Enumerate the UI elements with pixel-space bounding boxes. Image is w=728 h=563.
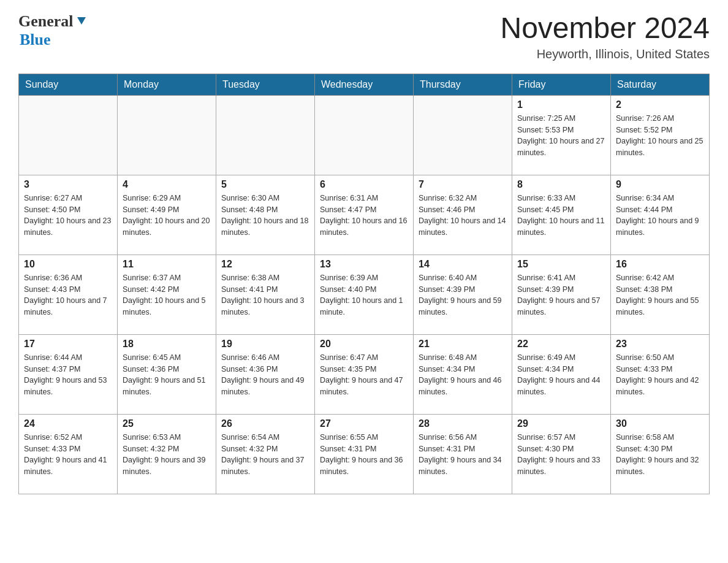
day-info: Sunrise: 6:56 AMSunset: 4:31 PMDaylight:… (419, 432, 507, 478)
calendar-week-2: 3Sunrise: 6:27 AMSunset: 4:50 PMDaylight… (19, 175, 710, 255)
day-number: 8 (517, 179, 605, 190)
day-info: Sunrise: 6:58 AMSunset: 4:30 PMDaylight:… (616, 432, 704, 478)
day-info: Sunrise: 6:33 AMSunset: 4:45 PMDaylight:… (517, 193, 605, 239)
page-header: General Blue November 2024 Heyworth, Ill… (18, 12, 710, 61)
day-info: Sunrise: 6:45 AMSunset: 4:36 PMDaylight:… (123, 352, 211, 398)
calendar-cell-2-2: 4Sunrise: 6:29 AMSunset: 4:49 PMDaylight… (118, 175, 216, 255)
calendar-cell-5-1: 24Sunrise: 6:52 AMSunset: 4:33 PMDayligh… (19, 414, 118, 494)
day-info: Sunrise: 6:27 AMSunset: 4:50 PMDaylight:… (24, 193, 112, 239)
calendar-cell-5-3: 26Sunrise: 6:54 AMSunset: 4:32 PMDayligh… (216, 414, 315, 494)
day-info: Sunrise: 6:41 AMSunset: 4:39 PMDaylight:… (517, 272, 605, 318)
day-info: Sunrise: 6:34 AMSunset: 4:44 PMDaylight:… (616, 193, 704, 239)
logo-line2: Blue (18, 31, 51, 49)
calendar-cell-2-3: 5Sunrise: 6:30 AMSunset: 4:48 PMDaylight… (216, 175, 315, 255)
calendar-cell-2-7: 9Sunrise: 6:34 AMSunset: 4:44 PMDaylight… (611, 175, 710, 255)
svg-marker-0 (77, 17, 86, 25)
day-number: 9 (616, 179, 704, 190)
day-number: 27 (320, 418, 408, 429)
day-info: Sunrise: 7:26 AMSunset: 5:52 PMDaylight:… (616, 113, 704, 159)
day-info: Sunrise: 6:49 AMSunset: 4:34 PMDaylight:… (517, 352, 605, 398)
day-number: 25 (123, 418, 211, 429)
calendar-cell-4-1: 17Sunrise: 6:44 AMSunset: 4:37 PMDayligh… (19, 334, 118, 414)
day-info: Sunrise: 6:32 AMSunset: 4:46 PMDaylight:… (419, 193, 507, 239)
weekday-header-saturday: Saturday (611, 74, 710, 95)
day-info: Sunrise: 6:53 AMSunset: 4:32 PMDaylight:… (123, 432, 211, 478)
calendar-cell-1-7: 2Sunrise: 7:26 AMSunset: 5:52 PMDaylight… (611, 95, 710, 175)
logo-triangle-icon (76, 15, 87, 28)
day-info: Sunrise: 6:40 AMSunset: 4:39 PMDaylight:… (419, 272, 507, 318)
location: Heyworth, Illinois, United States (500, 47, 710, 61)
day-number: 20 (320, 339, 408, 350)
day-number: 13 (320, 259, 408, 270)
day-number: 28 (419, 418, 507, 429)
calendar-cell-5-6: 29Sunrise: 6:57 AMSunset: 4:30 PMDayligh… (512, 414, 611, 494)
calendar-cell-3-6: 15Sunrise: 6:41 AMSunset: 4:39 PMDayligh… (512, 255, 611, 334)
day-number: 30 (616, 418, 704, 429)
day-number: 3 (24, 179, 112, 190)
calendar-cell-3-5: 14Sunrise: 6:40 AMSunset: 4:39 PMDayligh… (414, 255, 512, 334)
calendar-cell-2-6: 8Sunrise: 6:33 AMSunset: 4:45 PMDaylight… (512, 175, 611, 255)
day-number: 14 (419, 259, 507, 270)
calendar-cell-3-7: 16Sunrise: 6:42 AMSunset: 4:38 PMDayligh… (611, 255, 710, 334)
calendar-cell-3-3: 12Sunrise: 6:38 AMSunset: 4:41 PMDayligh… (216, 255, 315, 334)
day-number: 5 (221, 179, 309, 190)
title-section: November 2024 Heyworth, Illinois, United… (500, 12, 710, 61)
calendar-cell-4-5: 21Sunrise: 6:48 AMSunset: 4:34 PMDayligh… (414, 334, 512, 414)
calendar-week-5: 24Sunrise: 6:52 AMSunset: 4:33 PMDayligh… (19, 414, 710, 494)
calendar-cell-4-2: 18Sunrise: 6:45 AMSunset: 4:36 PMDayligh… (118, 334, 216, 414)
month-title: November 2024 (500, 12, 710, 45)
day-number: 1 (517, 99, 605, 110)
day-info: Sunrise: 7:25 AMSunset: 5:53 PMDaylight:… (517, 113, 605, 159)
calendar-table: SundayMondayTuesdayWednesdayThursdayFrid… (18, 74, 710, 494)
day-number: 21 (419, 339, 507, 350)
day-number: 2 (616, 99, 704, 110)
calendar-cell-3-2: 11Sunrise: 6:37 AMSunset: 4:42 PMDayligh… (118, 255, 216, 334)
weekday-header-thursday: Thursday (414, 74, 512, 95)
calendar-cell-2-4: 6Sunrise: 6:31 AMSunset: 4:47 PMDaylight… (315, 175, 414, 255)
calendar-week-4: 17Sunrise: 6:44 AMSunset: 4:37 PMDayligh… (19, 334, 710, 414)
calendar-cell-5-2: 25Sunrise: 6:53 AMSunset: 4:32 PMDayligh… (118, 414, 216, 494)
logo-blue-text: Blue (20, 31, 51, 48)
calendar-cell-1-1 (19, 95, 118, 175)
day-info: Sunrise: 6:48 AMSunset: 4:34 PMDaylight:… (419, 352, 507, 398)
day-info: Sunrise: 6:30 AMSunset: 4:48 PMDaylight:… (221, 193, 309, 239)
weekday-header-tuesday: Tuesday (216, 74, 315, 95)
day-info: Sunrise: 6:57 AMSunset: 4:30 PMDaylight:… (517, 432, 605, 478)
day-info: Sunrise: 6:31 AMSunset: 4:47 PMDaylight:… (320, 193, 408, 239)
calendar-cell-2-5: 7Sunrise: 6:32 AMSunset: 4:46 PMDaylight… (414, 175, 512, 255)
calendar-cell-5-7: 30Sunrise: 6:58 AMSunset: 4:30 PMDayligh… (611, 414, 710, 494)
day-info: Sunrise: 6:47 AMSunset: 4:35 PMDaylight:… (320, 352, 408, 398)
day-info: Sunrise: 6:42 AMSunset: 4:38 PMDaylight:… (616, 272, 704, 318)
calendar-cell-5-5: 28Sunrise: 6:56 AMSunset: 4:31 PMDayligh… (414, 414, 512, 494)
calendar-cell-4-4: 20Sunrise: 6:47 AMSunset: 4:35 PMDayligh… (315, 334, 414, 414)
day-info: Sunrise: 6:50 AMSunset: 4:33 PMDaylight:… (616, 352, 704, 398)
day-info: Sunrise: 6:55 AMSunset: 4:31 PMDaylight:… (320, 432, 408, 478)
logo: General Blue (18, 12, 87, 49)
day-number: 16 (616, 259, 704, 270)
day-number: 4 (123, 179, 211, 190)
calendar-cell-2-1: 3Sunrise: 6:27 AMSunset: 4:50 PMDaylight… (19, 175, 118, 255)
calendar-cell-1-4 (315, 95, 414, 175)
calendar-header: SundayMondayTuesdayWednesdayThursdayFrid… (19, 74, 710, 95)
logo-general-text: General (18, 12, 74, 31)
calendar-week-1: 1Sunrise: 7:25 AMSunset: 5:53 PMDaylight… (19, 95, 710, 175)
calendar-cell-5-4: 27Sunrise: 6:55 AMSunset: 4:31 PMDayligh… (315, 414, 414, 494)
day-number: 11 (123, 259, 211, 270)
day-number: 15 (517, 259, 605, 270)
logo-line1: General (18, 12, 87, 31)
day-info: Sunrise: 6:39 AMSunset: 4:40 PMDaylight:… (320, 272, 408, 318)
day-info: Sunrise: 6:37 AMSunset: 4:42 PMDaylight:… (123, 272, 211, 318)
weekday-header-sunday: Sunday (19, 74, 118, 95)
calendar-cell-3-1: 10Sunrise: 6:36 AMSunset: 4:43 PMDayligh… (19, 255, 118, 334)
day-number: 23 (616, 339, 704, 350)
day-number: 10 (24, 259, 112, 270)
calendar-cell-1-2 (118, 95, 216, 175)
calendar-cell-4-6: 22Sunrise: 6:49 AMSunset: 4:34 PMDayligh… (512, 334, 611, 414)
day-number: 6 (320, 179, 408, 190)
day-info: Sunrise: 6:44 AMSunset: 4:37 PMDaylight:… (24, 352, 112, 398)
calendar-cell-4-3: 19Sunrise: 6:46 AMSunset: 4:36 PMDayligh… (216, 334, 315, 414)
day-number: 19 (221, 339, 309, 350)
calendar-cell-1-6: 1Sunrise: 7:25 AMSunset: 5:53 PMDaylight… (512, 95, 611, 175)
day-info: Sunrise: 6:46 AMSunset: 4:36 PMDaylight:… (221, 352, 309, 398)
calendar-cell-1-5 (414, 95, 512, 175)
